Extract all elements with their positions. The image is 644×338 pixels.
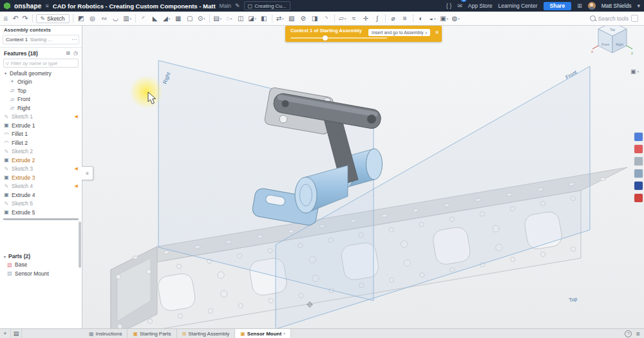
sweep-icon[interactable]: ∾ [99,13,110,24]
right-dock-icon[interactable] [634,182,643,190]
model-viewport[interactable]: Right Front Top [82,25,644,329]
panel-scrollbar[interactable] [79,221,81,268]
undo-icon[interactable]: ↶ [11,14,21,23]
appearance-icon[interactable]: ◐ [415,13,427,24]
linear-pattern-icon[interactable]: ▤▾ [212,13,223,24]
boolean-icon[interactable]: ◪▾ [247,13,258,24]
rollback-bar[interactable] [3,218,79,220]
banner-close-icon[interactable]: ✕ [435,30,439,35]
right-dock-icon[interactable] [634,157,643,165]
notifications-icon[interactable]: ✉ 1 [457,0,462,12]
user-menu-caret-icon[interactable]: ▾ [637,0,640,12]
update-arrow-icon[interactable]: ◀ [75,183,79,189]
display-options-icon[interactable]: ◍▾ [450,13,462,24]
right-dock-icon[interactable] [634,194,643,202]
split-icon[interactable]: ◧ [258,13,270,24]
delete-face-icon[interactable]: ⊘ [298,13,309,24]
update-arrow-icon[interactable]: ◀ [75,166,79,171]
feature-sketch-4[interactable]: ✎Sketch 4◀ [0,182,82,191]
history-icon[interactable]: ◷ [73,50,78,56]
rib-icon[interactable]: ▦ [173,13,184,24]
assembly-context-row[interactable]: Context 1 Starting ... ⋯ [3,35,79,44]
feature-top[interactable]: ▱Top [0,86,82,95]
apps-grid-icon[interactable]: ⊞ [577,0,582,12]
feature-extrude-1[interactable]: ▣Extrude 1 [0,121,82,130]
feature-extrude-2[interactable]: ▣Extrude 2 [0,156,82,165]
named-views-icon[interactable]: ▣▾ [439,13,450,24]
replace-face-icon[interactable]: ◨ [309,13,321,24]
helix-icon[interactable]: ≈ [348,13,360,24]
view-options-button[interactable]: ▣▾ [630,68,639,75]
thicken-icon[interactable]: ▥▾ [122,13,133,24]
point-icon[interactable]: ✛ [360,13,372,24]
feature-fillet-1[interactable]: ◠Fillet 1 [0,130,82,139]
right-dock-icon[interactable] [634,169,643,178]
user-avatar[interactable] [588,2,596,10]
mirror-icon[interactable]: ◫ [235,13,247,24]
section-view-icon[interactable]: ◒▾ [427,13,439,24]
toolbar-grip-icon[interactable]: ≣ [3,15,8,22]
feature-sketch-5[interactable]: ✎Sketch 5 [0,200,82,209]
help-button[interactable]: ? [625,330,632,337]
share-button[interactable]: Share [544,2,572,10]
parts-header[interactable]: ▾ Parts (2) [0,252,82,261]
fillet-icon[interactable]: ◜ [138,13,149,24]
feature-sketch-3[interactable]: ✎Sketch 3◀ [0,165,82,174]
feature-default-geometry[interactable]: ▾Default geometry [0,69,82,78]
chamfer-icon[interactable]: ◣ [149,13,161,24]
circular-pattern-icon[interactable]: ◌▾ [223,13,235,24]
mass-properties-icon[interactable]: ≡ [399,13,411,24]
feature-fillet-2[interactable]: ◠Fillet 2 [0,138,82,147]
tree-caret-icon[interactable]: ▾ [3,71,8,75]
revolve-icon[interactable]: ◎ [87,13,99,24]
user-name[interactable]: Matt Shields [601,3,632,9]
tab-starting-parts[interactable]: ▣Starting Parts [128,329,176,338]
feature-sketch-2[interactable]: ✎Sketch 2 [0,147,82,156]
part-sensor-mount[interactable]: ▧Sensor Mount [0,269,82,278]
move-face-icon[interactable]: ▧ [286,13,298,24]
branch-label[interactable]: Main [220,3,231,9]
tab-options-icon[interactable]: ≣ [636,331,640,337]
add-tab-button[interactable]: + [0,329,11,338]
viewcube-top-label[interactable]: Top [610,28,615,32]
insert-and-go-button[interactable]: Insert and go to Assembly ▾ [368,29,430,36]
measure-icon[interactable]: ⌀ [388,13,399,24]
filter-input[interactable] [11,61,76,66]
feature-extrude-5[interactable]: ▣Extrude 5 [0,208,82,217]
transform-icon[interactable]: ⇄▾ [274,13,286,24]
curve-icon[interactable]: ∫ [372,13,383,24]
onshape-logo-icon[interactable] [4,3,10,10]
app-store-link[interactable]: App Store [468,3,493,9]
search-tools[interactable]: Search tools [590,15,641,22]
feature-extrude-4[interactable]: ▣Extrude 4 [0,191,82,200]
shell-icon[interactable]: ▢ [184,13,196,24]
viewcube-right-label[interactable]: Right [616,42,623,46]
feature-extrude-3[interactable]: ▣Extrude 3 [0,173,82,182]
hole-icon[interactable]: ⊙▾ [196,13,207,24]
right-dock-icon[interactable] [634,133,643,141]
feature-front[interactable]: ▱Front [0,95,82,104]
extrude-icon[interactable]: ◩ [75,13,87,24]
sketch-button[interactable]: ✎ Sketch [36,14,70,23]
document-menu-icon[interactable]: ≡ [46,0,49,12]
slide-panel-handle[interactable]: ≡ [82,166,93,180]
context-slider-knob[interactable] [323,35,328,41]
viewcube-front-label[interactable]: Front [601,42,609,46]
update-arrow-icon[interactable]: ◀ [75,114,79,119]
redo-icon[interactable]: ↷ [21,14,30,23]
tab-starting-assembly[interactable]: ⊞Starting Assembly [177,329,236,338]
loft-icon[interactable]: ◡ [110,13,122,24]
rename-pencil-icon[interactable]: ✎ [235,0,240,12]
context-more-icon[interactable]: ⋯ [71,37,76,42]
shortcuts-icon[interactable]: { } [446,0,452,12]
right-dock-icon[interactable] [634,145,643,153]
tab-sensor-mount[interactable]: ▣Sensor Mount▾ [235,329,290,338]
tab-instructions[interactable]: ▦Instructions [84,329,128,338]
feature-sketch-1[interactable]: ✎Sketch 1◀ [0,113,82,122]
learning-center-link[interactable]: Learning Center [498,3,538,9]
modify-fillet-icon[interactable]: ◝ [321,13,332,24]
feature-origin[interactable]: ⌖Origin [0,78,82,87]
new-folder-icon[interactable]: ⊞ [66,50,70,56]
tab-manager-icon[interactable]: ▤ [11,329,22,338]
part-base[interactable]: ▧Base [0,261,82,270]
